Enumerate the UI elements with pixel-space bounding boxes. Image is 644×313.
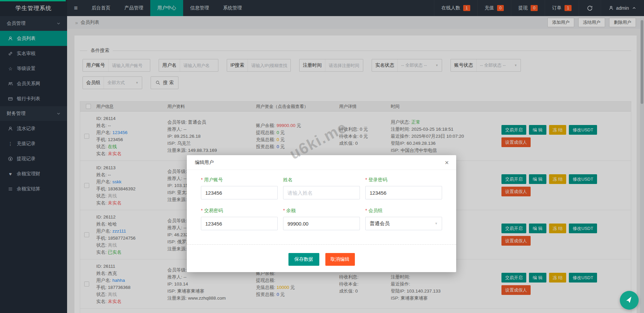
balance-field[interactable] — [283, 217, 360, 230]
floating-action-button[interactable] — [620, 291, 639, 310]
modal-field: *用户账号 — [201, 177, 278, 199]
account-field[interactable] — [201, 186, 278, 199]
member-group-select[interactable]: 普通会员▼ — [365, 217, 442, 230]
modal-field-label: 交易密码 — [204, 208, 223, 213]
modal-field-label: 会员组 — [368, 208, 382, 213]
modal-field-labelrow: *交易密码 — [201, 207, 278, 214]
modal-body: *用户账号姓名*登录密码*交易密码*余额*会员组普通会员▼ — [187, 170, 456, 230]
modal-field-labelrow: *余额 — [283, 207, 360, 214]
login-password-field[interactable] — [365, 186, 442, 199]
modal-field-labelrow: 姓名 — [283, 177, 360, 183]
modal-field: *会员组普通会员▼ — [365, 207, 442, 230]
modal-field-label: 用户账号 — [204, 177, 223, 182]
name-field[interactable] — [283, 186, 360, 199]
required-asterisk: * — [201, 208, 203, 213]
modal-field: 姓名 — [283, 177, 360, 199]
required-asterisk: * — [365, 208, 367, 213]
required-asterisk: * — [283, 208, 285, 213]
modal-header: 编辑用户 × — [187, 155, 456, 170]
required-asterisk: * — [365, 177, 367, 182]
save-button[interactable]: 保存数据 — [288, 253, 319, 266]
caret-down-icon: ▼ — [435, 222, 438, 225]
modal-field-labelrow: *登录密码 — [365, 177, 442, 183]
select-value: 普通会员 — [370, 221, 390, 227]
modal-field-label: 余额 — [286, 208, 296, 213]
modal-field-labelrow: *用户账号 — [201, 177, 278, 183]
modal-field: *余额 — [283, 207, 360, 230]
close-icon[interactable]: × — [445, 159, 449, 166]
required-asterisk: * — [201, 177, 203, 182]
modal-footer: 保存数据 取消编辑 — [187, 245, 456, 270]
modal-field: *交易密码 — [201, 207, 278, 230]
trade-password-field[interactable] — [201, 217, 278, 230]
modal-field: *登录密码 — [365, 177, 442, 199]
cancel-button[interactable]: 取消编辑 — [325, 253, 355, 266]
modal-field-labelrow: *会员组 — [365, 207, 442, 214]
send-icon — [625, 296, 633, 304]
modal-field-label: 登录密码 — [368, 177, 387, 182]
modal-title: 编辑用户 — [195, 160, 214, 166]
modal-field-label: 姓名 — [283, 177, 292, 182]
edit-user-modal: 编辑用户 × *用户账号姓名*登录密码*交易密码*余额*会员组普通会员▼ 保存数… — [187, 155, 456, 272]
